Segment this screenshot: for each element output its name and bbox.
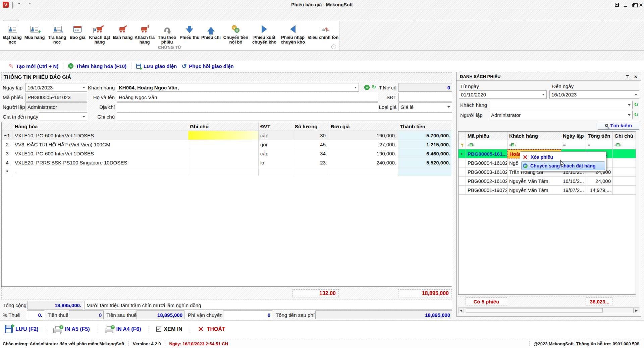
cell-dvt[interactable]: gói [259, 140, 293, 149]
pin-icon[interactable] [626, 74, 629, 79]
ribbon-button-phieu-thu[interactable]: Phiếu thu [178, 22, 201, 40]
cell-ghi-chu[interactable] [188, 158, 259, 167]
cell-don-gia[interactable]: 27,000. [329, 140, 398, 149]
app-logo-icon[interactable]: V [3, 2, 9, 8]
cell-ghi-chu[interactable] [188, 140, 259, 149]
horizontal-scrollbar-track[interactable] [464, 307, 634, 313]
scroll-right-icon[interactable]: ▶ [634, 307, 639, 313]
filter-tong-tien[interactable]: = [586, 140, 613, 149]
ngay-lap-input[interactable]: 16/10/2023 [25, 83, 87, 92]
cell-ma-phieu[interactable]: PBG00001-190723 [466, 186, 507, 195]
close-button[interactable]: × [638, 2, 644, 7]
ribbon-button-ban-hang[interactable]: Bán hàng [112, 22, 133, 40]
list-item[interactable]: PBG00001-190723 Nguyễn Văn Tám 19/07/2..… [459, 186, 636, 195]
dropdown-icon[interactable] [635, 94, 637, 95]
ribbon-dialog-launcher-icon[interactable]: ◦ [331, 45, 336, 49]
ribbon-button-dat-hang-ncc[interactable]: Đặt hàng ncc [2, 22, 23, 45]
dropdown-icon[interactable] [542, 94, 545, 95]
cell-don-gia[interactable]: 190,000. [329, 149, 398, 158]
cell-ngay-lap[interactable]: 16/10/2... [561, 177, 586, 186]
restore-layout-button[interactable]: ↺ Phục hồi giao diện [181, 63, 233, 70]
cell-so-luong[interactable]: 30. [293, 131, 329, 140]
tu-ngay-input[interactable]: 01/10/2020 [459, 90, 547, 99]
table-row[interactable]: 2 VV3, ĐẶC TRỊ HÔ HẤP (Việt Viễn) 100GM … [2, 140, 452, 149]
cell-so-luong[interactable]: 34. [293, 149, 329, 158]
create-new-button[interactable]: ✎ Tạo mới (Ctrl + N) [9, 63, 58, 69]
filter-ghi-chu[interactable]: aBc [613, 140, 636, 149]
filter-funnel-icon[interactable] [459, 140, 466, 149]
phi-van-chuyen-input[interactable]: 0 [223, 310, 272, 319]
loai-gia-combo[interactable]: Giá lẻ [398, 102, 452, 111]
cell-thanh-tien[interactable]: 1,215,000. [398, 140, 452, 149]
cell-ghi-chu-focused[interactable] [188, 131, 259, 140]
refresh-filter-customer-icon[interactable]: ↻ [634, 102, 638, 108]
cell-dvt[interactable]: cặp [259, 149, 293, 158]
dia-chi-input[interactable] [117, 102, 378, 111]
cell-ghi-chu[interactable] [613, 158, 636, 167]
ribbon-button-phieu-chi[interactable]: Phiếu chi [201, 22, 221, 40]
save-layout-button[interactable]: Lưu giao diện [136, 63, 177, 69]
refresh-customer-icon[interactable]: ↻ [372, 84, 376, 90]
ribbon-button-chuyen-tien-noi-bo[interactable]: €$ Chuyển tiền nội bộ [221, 22, 250, 45]
ribbon-button-thu-theo-phieu[interactable]: Thu theo phiếu [156, 22, 178, 45]
cell-dvt[interactable]: lọ [259, 158, 293, 167]
dropdown-icon[interactable] [628, 114, 631, 116]
column-header-ma-phieu[interactable]: Mã phiếu [466, 132, 507, 140]
cell-so-luong[interactable]: 45. [293, 140, 329, 149]
filter-khach-hang-combo[interactable] [489, 101, 633, 109]
cell-hang-hoa[interactable]: VV3, ĐẶC TRỊ HÔ HẤP (Việt Viễn) 100GM [13, 140, 188, 149]
column-header-thanh-tien[interactable]: Thành tiền [398, 122, 452, 131]
cell-khach-hang[interactable]: Nguyễn Văn Tám [507, 177, 561, 186]
cell-hang-hoa[interactable]: VXLE20, PRRS BSK-PS100 Singapore 10DOSES [13, 158, 188, 167]
cell-dvt[interactable] [259, 167, 293, 176]
column-header-khach-hang[interactable]: Khách hàng [507, 132, 561, 140]
table-row[interactable]: 4 VXLE20, PRRS BSK-PS100 Singapore 10DOS… [2, 158, 452, 167]
cell-so-luong[interactable] [293, 167, 329, 176]
column-header-hang-hoa[interactable]: Hàng hóa [13, 122, 188, 131]
column-header-ghi-chu[interactable]: Ghi chú [188, 122, 259, 131]
cell-ghi-chu[interactable] [188, 167, 259, 176]
dropdown-icon[interactable] [354, 87, 357, 88]
cell-so-luong[interactable]: 23. [293, 158, 329, 167]
thue-input[interactable]: 0. [27, 310, 44, 319]
cell-dvt[interactable]: cặp [259, 131, 293, 140]
table-row[interactable]: ►1 VXLE10, PG-600 InterVet 1DOSES cặp 30… [2, 131, 452, 140]
ribbon-button-dieu-chinh-ton[interactable]: ab✎ Điều chỉnh tồn [307, 22, 339, 40]
minimize-button[interactable] [623, 2, 629, 7]
fullscreen-button[interactable] [614, 2, 620, 7]
cell-ma-phieu[interactable]: PBG00004-161023 [466, 158, 507, 167]
dropdown-icon[interactable] [83, 116, 85, 118]
table-row[interactable]: 3 VXLE10, PG-600 InterVet 1DOSES cặp 34.… [2, 149, 452, 158]
cell-don-gia[interactable] [329, 167, 398, 176]
cell-don-gia[interactable]: 190,000. [329, 131, 398, 140]
cell-tong-tien[interactable]: 14,979,... [586, 186, 613, 195]
cell-thanh-tien[interactable]: 6,460,000. [398, 149, 452, 158]
refresh-filter-creator-icon[interactable]: ↻ [634, 112, 638, 118]
print-a5-button[interactable]: ? IN A5 (F5) [53, 325, 90, 333]
scroll-left-icon[interactable]: ◀ [458, 307, 464, 313]
ribbon-button-phieu-nhap-chuyen-kho[interactable]: Phiếu nhập chuyển kho [278, 22, 307, 45]
column-header-ngay-lap[interactable]: Ngày lập [561, 132, 586, 140]
cell-ma-phieu[interactable]: PBG00005-161... [466, 149, 507, 158]
save-button[interactable]: LƯU (F2) [5, 325, 38, 333]
cell-ghi-chu[interactable] [188, 149, 259, 158]
maximize-restore-button[interactable] [631, 3, 637, 8]
cell-thanh-tien[interactable] [398, 167, 452, 176]
filter-nguoi-lap-combo[interactable]: Administrator [489, 111, 633, 119]
ribbon-button-bao-gia[interactable]: Báo giá [68, 22, 87, 40]
ribbon-button-mua-hang[interactable]: + Mua hàng [23, 22, 46, 40]
filter-ngay-lap[interactable]: = [561, 140, 586, 149]
filter-khach-hang[interactable]: aBc [507, 140, 561, 149]
cell-ma-phieu[interactable]: PBG00002-161023 [466, 177, 507, 186]
search-button[interactable]: Tìm kiếm [598, 121, 639, 130]
cell-ghi-chu[interactable] [613, 177, 636, 186]
panel-close-icon[interactable]: × [634, 74, 638, 79]
quick-access-button[interactable] [12, 2, 13, 8]
list-item[interactable]: PBG00002-161023 Nguyễn Văn Tám 16/10/2..… [459, 177, 636, 186]
cell-ngay-lap[interactable]: 19/07/2... [561, 186, 586, 195]
scrollbar-thumb[interactable] [466, 308, 603, 312]
add-item-button[interactable]: + Thêm hàng hóa (F10) [68, 63, 126, 69]
ribbon-button-khach-tra-hang[interactable]: Khách trả hàng [133, 22, 156, 45]
cell-thanh-tien[interactable]: 5,520,000. [398, 158, 452, 167]
den-ngay-input[interactable]: 16/10/2023 [549, 90, 639, 99]
